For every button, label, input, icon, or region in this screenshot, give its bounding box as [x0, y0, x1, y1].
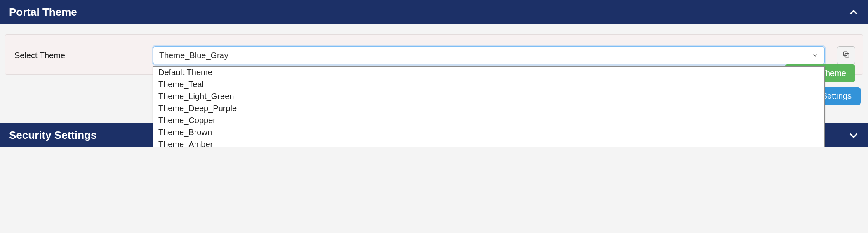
- theme-select[interactable]: Theme_Blue_Gray: [153, 46, 825, 64]
- theme-dropdown: Default Theme Theme_Teal Theme_Light_Gre…: [153, 66, 825, 147]
- security-settings-title: Security Settings: [9, 129, 96, 142]
- copy-button[interactable]: [837, 46, 855, 64]
- theme-option[interactable]: Theme_Deep_Purple: [153, 102, 824, 114]
- portal-theme-panel-wrap: Select Theme Theme_Blue_Gray Default The…: [0, 24, 868, 80]
- theme-option[interactable]: Theme_Copper: [153, 114, 824, 126]
- theme-option[interactable]: Theme_Amber: [153, 138, 824, 147]
- theme-select-value: Theme_Blue_Gray: [159, 51, 228, 60]
- theme-select-wrap: Theme_Blue_Gray Default Theme Theme_Teal…: [153, 46, 825, 64]
- theme-option[interactable]: Theme_Light_Green: [153, 90, 824, 102]
- copy-icon: [842, 50, 850, 61]
- theme-option[interactable]: Default Theme: [153, 67, 824, 78]
- select-theme-row: Select Theme Theme_Blue_Gray Default The…: [13, 46, 855, 64]
- portal-theme-panel: Select Theme Theme_Blue_Gray Default The…: [5, 34, 863, 75]
- chevron-up-icon: [848, 7, 859, 18]
- portal-theme-header[interactable]: Portal Theme: [0, 0, 868, 24]
- chevron-down-icon: [848, 130, 859, 141]
- select-theme-label: Select Theme: [13, 51, 145, 60]
- theme-option[interactable]: Theme_Teal: [153, 78, 824, 90]
- chevron-down-icon: [812, 52, 819, 59]
- theme-option[interactable]: Theme_Brown: [153, 126, 824, 138]
- portal-theme-title: Portal Theme: [9, 6, 77, 19]
